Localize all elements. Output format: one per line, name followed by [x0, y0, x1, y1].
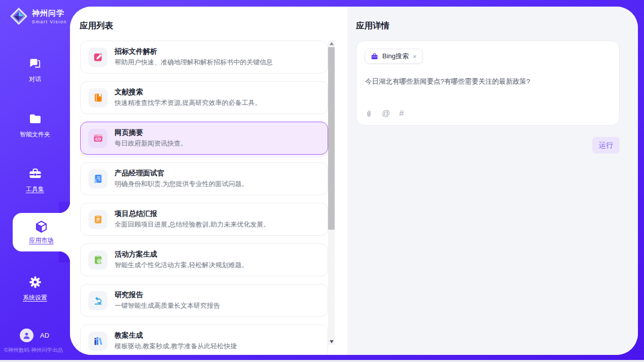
attachment-toolbar: @#	[365, 109, 404, 118]
app-card-texts: 产品经理面试官明确身份和职责,为您提供专业性的面试问题。	[115, 169, 248, 189]
app-card-title: 研究报告	[115, 291, 220, 300]
app-list-title: 应用列表	[80, 20, 113, 31]
app-card-texts: 网页摘要每日政府新闻资讯快查。	[115, 128, 187, 148]
app-window: 神州问学 Smart Vision 对话智能文件夹工具集应用市场系统设置 AD …	[0, 0, 644, 362]
app-card-title: 网页摘要	[115, 128, 187, 137]
at-icon[interactable]: @	[382, 109, 390, 118]
app-card-title: 产品经理面试官	[115, 169, 248, 178]
app-card[interactable]: 招标文件解析帮助用户快速、准确地理解和解析招标书中的关键信息	[80, 41, 328, 74]
app-card-title: 教案生成	[115, 331, 237, 340]
app-card[interactable]: 网页摘要每日政府新闻资讯快查。	[80, 122, 328, 155]
app-card-description: 明确身份和职责,为您提供专业性的面试问题。	[115, 179, 248, 189]
app-card-description: 模板驱动,教案秒成,教学准备从此轻松快捷	[115, 342, 237, 351]
toolbox-icon	[28, 167, 42, 180]
app-list-panel: 应用列表 招标文件解析帮助用户快速、准确地理解和解析招标书中的关键信息文献搜索快…	[70, 7, 347, 355]
app-card[interactable]: 活动方案生成智能生成个性化活动方案,轻松解决规划难题。	[80, 243, 328, 276]
tool-tag-bing-search[interactable]: Bing搜索 ×	[365, 49, 423, 64]
sidebar-item-market[interactable]: 应用市场	[13, 213, 70, 251]
folder-icon	[28, 112, 42, 126]
sidebar-item-settings[interactable]: 系统设置	[0, 275, 70, 302]
literature-book-icon	[88, 88, 108, 107]
brand-logo: 神州问学 Smart Vision	[9, 7, 67, 26]
app-card-description: 一键智能生成高质量长文本研究报告	[115, 301, 220, 310]
app-card-list: 招标文件解析帮助用户快速、准确地理解和解析招标书中的关键信息文献搜索快速精准查找…	[80, 41, 328, 355]
user-initials: AD	[40, 332, 49, 339]
user-avatar-icon	[20, 329, 33, 342]
chat-icon	[28, 57, 42, 70]
sidebar-item-label: 工具集	[0, 185, 70, 194]
brand-subtitle: Smart Vision	[32, 19, 67, 24]
sidebar: 神州问学 Smart Vision 对话智能文件夹工具集应用市场系统设置 AD …	[0, 0, 70, 360]
diamond-logo-icon	[9, 7, 28, 26]
app-card-title: 招标文件解析	[115, 47, 273, 56]
app-card[interactable]: 产品经理面试官明确身份和职责,为您提供专业性的面试问题。	[80, 162, 328, 195]
app-card-title: 文献搜索	[115, 88, 262, 97]
sidebar-item-label: 智能文件夹	[0, 130, 70, 139]
app-card-texts: 研究报告一键智能生成高质量长文本研究报告	[115, 291, 220, 310]
tool-tag-label: Bing搜索	[382, 52, 409, 61]
app-card-description: 每日政府新闻资讯快查。	[115, 139, 187, 148]
lesson-books-icon	[88, 332, 108, 351]
user-account[interactable]: AD	[20, 329, 49, 342]
app-card[interactable]: 研究报告一键智能生成高质量长文本研究报告	[80, 284, 328, 317]
app-card-texts: 教案生成模板驱动,教案秒成,教学准备从此轻松快捷	[115, 331, 237, 351]
scroll-down-arrow-icon[interactable]	[330, 340, 334, 343]
app-detail-panel: 应用详情 Bing搜索 × 今日湖北有哪些新闻要点?有哪些需要关注的最新政策? …	[347, 7, 638, 355]
app-card-description: 快速精准查找学术资源,提高研究效率的必备工具。	[115, 98, 262, 107]
cube-icon	[34, 220, 49, 234]
app-card-texts: 文献搜索快速精准查找学术资源,提高研究效率的必备工具。	[115, 88, 262, 107]
brand-name: 神州问学	[32, 9, 64, 17]
gear-icon	[28, 275, 42, 289]
app-card[interactable]: 文献搜索快速精准查找学术资源,提高研究效率的必备工具。	[80, 81, 328, 114]
prompt-editor-card: Bing搜索 × 今日湖北有哪些新闻要点?有哪些需要关注的最新政策? @#	[356, 41, 620, 126]
sidebar-item-label: 系统设置	[0, 294, 70, 302]
sidebar-item-chat[interactable]: 对话	[0, 57, 70, 84]
app-card-description: 全面回顾项目进展,总结经验教训,助力未来优化发展。	[115, 220, 270, 229]
webpage-code-icon	[88, 129, 108, 148]
app-card[interactable]: 项目总结汇报全面回顾项目进展,总结经验教训,助力未来优化发展。	[80, 203, 328, 236]
app-card-description: 智能生成个性化活动方案,轻松解决规划难题。	[115, 261, 248, 270]
app-card-title: 活动方案生成	[115, 250, 248, 259]
app-card-texts: 招标文件解析帮助用户快速、准确地理解和解析招标书中的关键信息	[115, 47, 273, 67]
project-report-icon	[88, 210, 108, 229]
app-card-description: 帮助用户快速、准确地理解和解析招标书中的关键信息	[115, 58, 273, 67]
app-card[interactable]: 教案生成模板驱动,教案秒成,教学准备从此轻松快捷	[80, 324, 328, 355]
sidebar-item-label: 对话	[0, 75, 70, 84]
app-detail-title: 应用详情	[356, 20, 389, 31]
copyright-text: ©神州数码·神州问学出品	[4, 347, 63, 354]
scrollbar[interactable]	[328, 41, 335, 345]
scrollbar-thumb[interactable]	[328, 47, 335, 230]
run-button[interactable]: 运行	[592, 137, 620, 154]
paperclip-icon[interactable]	[365, 110, 373, 118]
interview-doc-icon	[88, 169, 108, 189]
sidebar-item-folders[interactable]: 智能文件夹	[0, 112, 70, 139]
scroll-up-arrow-icon[interactable]	[330, 42, 334, 45]
close-icon[interactable]: ×	[413, 53, 417, 60]
research-icon	[88, 291, 108, 310]
briefcase-icon	[371, 53, 378, 60]
event-plan-icon	[88, 250, 108, 270]
query-input[interactable]: 今日湖北有哪些新闻要点?有哪些需要关注的最新政策?	[365, 77, 611, 86]
bid-doc-icon	[88, 48, 108, 67]
app-card-texts: 项目总结汇报全面回顾项目进展,总结经验教训,助力未来优化发展。	[115, 209, 270, 229]
sidebar-item-label: 应用市场	[13, 236, 70, 245]
app-card-texts: 活动方案生成智能生成个性化活动方案,轻松解决规划难题。	[115, 250, 248, 270]
hash-icon[interactable]: #	[399, 109, 404, 118]
main-content: 应用列表 招标文件解析帮助用户快速、准确地理解和解析招标书中的关键信息文献搜索快…	[70, 7, 638, 355]
app-card-title: 项目总结汇报	[115, 209, 270, 219]
sidebar-item-tools[interactable]: 工具集	[0, 167, 70, 194]
